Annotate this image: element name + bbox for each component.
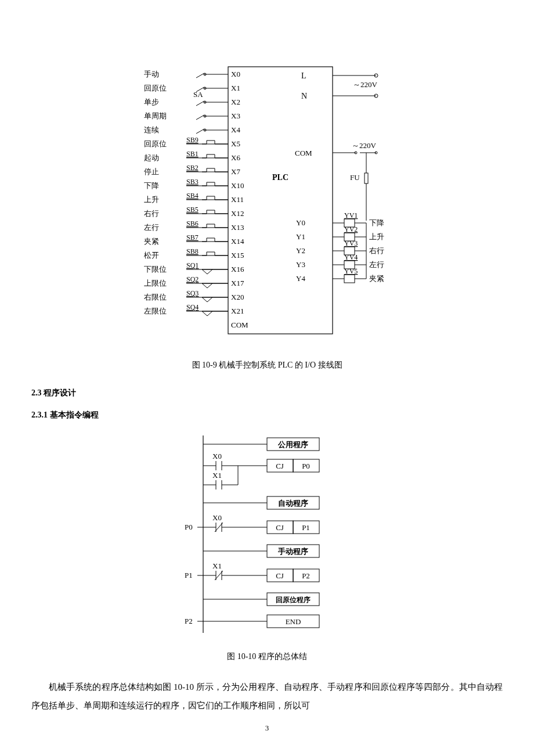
fig10-9-caption: 图 10-9 机械手控制系统 PLC 的 I/O 接线图 (0, 360, 534, 370)
svg-text:公用程序: 公用程序 (277, 440, 308, 449)
svg-text:停止: 停止 (144, 167, 159, 176)
plc-label: PLC (272, 173, 288, 182)
svg-text:END: END (286, 617, 301, 626)
svg-text:X0: X0 (212, 513, 222, 522)
svg-text:P0: P0 (302, 462, 310, 470)
svg-text:单步: 单步 (144, 98, 159, 106)
svg-text:X1: X1 (231, 84, 240, 92)
svg-text:SQ4: SQ4 (186, 303, 199, 311)
svg-text:X2: X2 (231, 98, 240, 106)
svg-text:回原位: 回原位 (144, 84, 167, 92)
svg-text:SB6: SB6 (186, 219, 199, 228)
svg-rect-144 (344, 275, 355, 283)
svg-text:SB2: SB2 (186, 164, 199, 172)
svg-line-25 (196, 129, 204, 134)
svg-text:回原位程序: 回原位程序 (276, 596, 311, 604)
svg-text:FU: FU (350, 173, 360, 182)
svg-text:CJ: CJ (276, 523, 284, 532)
svg-text:X21: X21 (231, 307, 244, 315)
svg-text:X1: X1 (212, 561, 222, 570)
svg-text:连续: 连续 (144, 125, 159, 134)
svg-text:X16: X16 (231, 265, 244, 273)
svg-text:单周期: 单周期 (144, 111, 167, 120)
svg-text:X7: X7 (231, 167, 240, 176)
svg-text:X14: X14 (231, 237, 244, 246)
svg-text:YV5: YV5 (344, 267, 358, 275)
svg-text:P2: P2 (185, 617, 193, 625)
svg-text:X20: X20 (231, 293, 244, 301)
svg-text:SB4: SB4 (186, 192, 199, 200)
svg-text:X5: X5 (231, 139, 240, 148)
svg-text:P0: P0 (185, 523, 193, 531)
svg-text:左行: 左行 (144, 223, 159, 232)
svg-text:YV1: YV1 (344, 211, 358, 219)
plc-io-diagram: PLC X0手动X1回原位X2单步X3单周期X4连续X5回原位SB9X6起动SB… (144, 58, 390, 343)
svg-text:N: N (301, 92, 307, 100)
svg-text:下降: 下降 (144, 181, 159, 190)
svg-text:Y0: Y0 (296, 218, 305, 227)
svg-text:X1: X1 (212, 471, 222, 480)
svg-text:回原位: 回原位 (144, 139, 167, 148)
svg-text:X17: X17 (231, 279, 244, 287)
svg-text:L: L (301, 71, 306, 80)
svg-text:X12: X12 (231, 209, 244, 218)
power-lines: L N ～220V COM ～220V FU (295, 71, 378, 221)
svg-text:X3: X3 (231, 111, 240, 120)
svg-text:上升: 上升 (369, 232, 384, 241)
svg-text:YV2: YV2 (344, 225, 358, 233)
svg-text:上限位: 上限位 (144, 279, 167, 287)
svg-text:Y2: Y2 (296, 246, 305, 255)
body-paragraph: 机械手系统的程序总体结构如图 10-10 所示，分为公用程序、自动程序、手动程序… (31, 678, 503, 715)
svg-text:起动: 起动 (144, 153, 159, 162)
svg-text:Y3: Y3 (296, 260, 305, 269)
svg-text:Y1: Y1 (296, 232, 305, 241)
plc-diagram-svg: PLC X0手动X1回原位X2单步X3单周期X4连续X5回原位SB9X6起动SB… (144, 58, 390, 343)
rung-x0-cj-p0: X0 CJ P0 (203, 452, 319, 472)
svg-text:手动程序: 手动程序 (277, 547, 308, 556)
svg-text:YV3: YV3 (344, 239, 358, 247)
svg-text:右行: 右行 (369, 246, 384, 255)
svg-line-15 (196, 101, 204, 106)
sa-label: SA (193, 90, 203, 99)
svg-text:P1: P1 (302, 523, 310, 532)
svg-text:X10: X10 (231, 181, 244, 190)
svg-text:下限位: 下限位 (144, 265, 167, 273)
svg-text:手动: 手动 (144, 70, 159, 78)
svg-text:左限位: 左限位 (144, 307, 167, 315)
svg-text:X13: X13 (231, 223, 244, 232)
svg-text:X0: X0 (212, 452, 222, 460)
svg-text:夹紧: 夹紧 (369, 274, 384, 283)
svg-line-20 (196, 115, 204, 120)
section-2.3-heading: 2.3 程序设计 (31, 388, 76, 398)
svg-text:CJ: CJ (276, 571, 284, 580)
svg-text:X4: X4 (231, 125, 240, 134)
svg-text:SB7: SB7 (186, 233, 199, 242)
svg-text:P1: P1 (185, 571, 193, 579)
svg-text:右行: 右行 (144, 209, 159, 218)
svg-text:SQ1: SQ1 (186, 261, 199, 269)
ladder-svg: 公用程序 X0 CJ P0 X1 自动程序 P0 X0 CJ P1 (180, 430, 354, 645)
svg-text:P2: P2 (302, 571, 310, 580)
svg-text:X6: X6 (231, 153, 240, 162)
rung-p0: P0 X0 CJ P1 (185, 513, 319, 534)
svg-text:COM: COM (295, 149, 312, 157)
svg-text:右限位: 右限位 (144, 293, 167, 301)
svg-text:SB5: SB5 (186, 206, 199, 214)
svg-text:SQ3: SQ3 (186, 289, 199, 297)
svg-text:SB8: SB8 (186, 247, 199, 255)
svg-rect-115 (365, 173, 368, 183)
svg-text:X11: X11 (231, 195, 244, 204)
rung-p1: P1 X1 CJ P2 (185, 561, 319, 582)
section-2.3.1-heading: 2.3.1 基本指令编程 (31, 410, 99, 420)
input-rows: X0手动X1回原位X2单步X3单周期X4连续X5回原位SB9X6起动SB1X7停… (144, 70, 248, 329)
svg-text:X15: X15 (231, 251, 244, 260)
svg-text:SB3: SB3 (186, 178, 199, 186)
svg-text:X0: X0 (231, 70, 240, 78)
rung-p2: P2 END (185, 615, 319, 628)
output-rows: Y0YV1下降Y1YV2上升Y2YV3右行Y3YV4左行Y4YV5夹紧 (296, 211, 384, 283)
svg-text:COM: COM (231, 321, 248, 329)
svg-text:YV4: YV4 (344, 253, 358, 261)
svg-text:自动程序: 自动程序 (278, 499, 308, 507)
svg-text:松开: 松开 (144, 251, 159, 260)
ladder-diagram: 公用程序 X0 CJ P0 X1 自动程序 P0 X0 CJ P1 (180, 430, 354, 645)
